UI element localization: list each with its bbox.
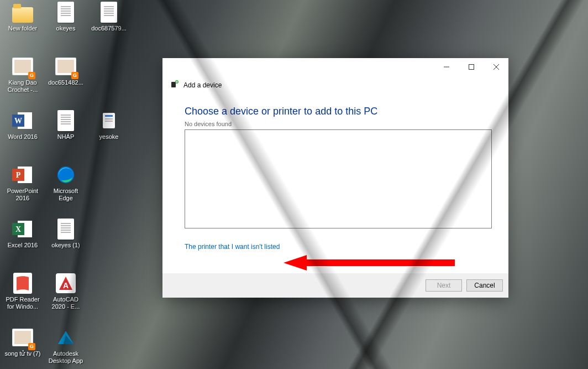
dialog-footer: Next Cancel	[162, 273, 508, 298]
desktop-icon-doc651482[interactable]: Gdoc651482...	[45, 54, 86, 108]
excel2016-icon: X	[12, 218, 34, 240]
desktop-icon-label: AutoCAD 2020 - E...	[46, 296, 86, 310]
devices-status: No devices found	[185, 121, 486, 127]
desktop-icon-autodeskapp[interactable]: Autodesk Desktop App	[45, 325, 86, 369]
desktop-icon-label: Excel 2016	[8, 242, 38, 249]
desktop-icon-label: Kiang Dao Crochet -...	[3, 79, 43, 93]
dialog-header: Add a device	[162, 75, 508, 90]
svg-rect-24	[171, 82, 176, 87]
desktop-icon-autocad[interactable]: AAutoCAD 2020 - E...	[45, 271, 86, 325]
desktop-icon-nhap[interactable]: NHÁP	[45, 108, 86, 163]
titlebar	[162, 58, 508, 75]
desktop-icon-okeyes[interactable]: okeyes	[45, 0, 86, 54]
desktop-icon-label: okeyes	[56, 25, 76, 32]
desktop-icon-new-folder[interactable]: New folder	[2, 0, 43, 54]
desktop-icon-label: NHÁP	[57, 133, 75, 141]
svg-rect-1	[14, 60, 31, 73]
ppt2016-icon: P	[12, 164, 34, 186]
edge-icon	[55, 164, 77, 186]
cancel-button[interactable]: Cancel	[466, 279, 503, 292]
desktop-icon-yesoke[interactable]: yesoke	[88, 108, 129, 163]
svg-rect-10	[105, 121, 113, 122]
device-list[interactable]	[185, 129, 492, 228]
desktop-icons-grid: New folderokeyesdoc687579...GKiang Dao C…	[0, 0, 129, 369]
desktop-icon-ppt2016[interactable]: PPowerPoint 2016	[2, 163, 43, 217]
songtu-icon: G	[12, 326, 34, 349]
svg-rect-23	[469, 64, 474, 69]
desktop-icon-label: doc651482...	[48, 79, 83, 86]
desktop-icon-label: Autodesk Desktop App	[46, 350, 86, 365]
next-button: Next	[426, 279, 462, 292]
doc651482-icon: G	[55, 55, 77, 77]
svg-text:W: W	[14, 117, 22, 125]
svg-text:X: X	[15, 225, 21, 233]
desktop-icon-doc687579[interactable]: doc687579...	[88, 0, 129, 54]
autodeskapp-icon	[55, 326, 77, 349]
desktop-icon-edge[interactable]: Microsoft Edge	[45, 163, 86, 217]
kiangdao-icon: G	[12, 55, 34, 77]
dialog-heading: Choose a device or printer to add to thi…	[185, 106, 486, 117]
autocad-icon: A	[55, 272, 77, 294]
svg-rect-9	[105, 118, 113, 119]
yesoke-icon	[98, 110, 120, 132]
close-button[interactable]	[484, 58, 508, 75]
desktop-icon-label: New folder	[8, 25, 38, 32]
desktop-icon-kiangdao[interactable]: GKiang Dao Crochet -...	[2, 54, 43, 108]
desktop-icon-word2016[interactable]: WWord 2016	[2, 108, 43, 163]
desktop-icon-label: PDF Reader for Windo...	[3, 296, 43, 310]
desktop-icon-okeyes1[interactable]: okeyes (1)	[45, 217, 86, 271]
dialog-title: Add a device	[183, 81, 222, 89]
add-device-icon	[170, 80, 179, 90]
desktop-icon-label: song tử tv (7)	[4, 350, 40, 357]
okeyes-icon	[55, 1, 77, 23]
desktop-icon-label: okeyes (1)	[51, 242, 80, 249]
nhap-icon	[55, 110, 77, 132]
pdfreader-icon	[12, 272, 34, 294]
desktop: New folderokeyesdoc687579...GKiang Dao C…	[0, 0, 588, 369]
svg-text:A: A	[63, 281, 69, 290]
add-device-dialog: Add a device Choose a device or printer …	[162, 58, 508, 298]
new-folder-icon	[12, 1, 34, 23]
desktop-icon-label: doc687579...	[91, 25, 127, 32]
svg-rect-22	[14, 331, 31, 344]
dialog-content: Choose a device or printer to add to thi…	[162, 90, 508, 273]
svg-rect-8	[105, 115, 113, 117]
desktop-icon-excel2016[interactable]: XExcel 2016	[2, 217, 43, 271]
doc687579-icon	[98, 1, 120, 23]
desktop-icon-label: yesoke	[99, 133, 119, 141]
maximize-button[interactable]	[459, 58, 484, 75]
printer-not-listed-link[interactable]: The printer that I want isn't listed	[185, 243, 280, 251]
svg-text:P: P	[16, 171, 21, 179]
svg-rect-3	[57, 60, 74, 73]
word2016-icon: W	[12, 110, 34, 132]
desktop-icon-label: Microsoft Edge	[46, 188, 86, 202]
desktop-icon-pdfreader[interactable]: PDF Reader for Windo...	[2, 271, 43, 325]
minimize-button[interactable]	[434, 58, 459, 75]
desktop-icon-songtu[interactable]: Gsong tử tv (7)	[2, 325, 43, 369]
desktop-icon-label: PowerPoint 2016	[3, 188, 43, 202]
okeyes1-icon	[55, 218, 77, 240]
desktop-icon-label: Word 2016	[8, 133, 38, 141]
